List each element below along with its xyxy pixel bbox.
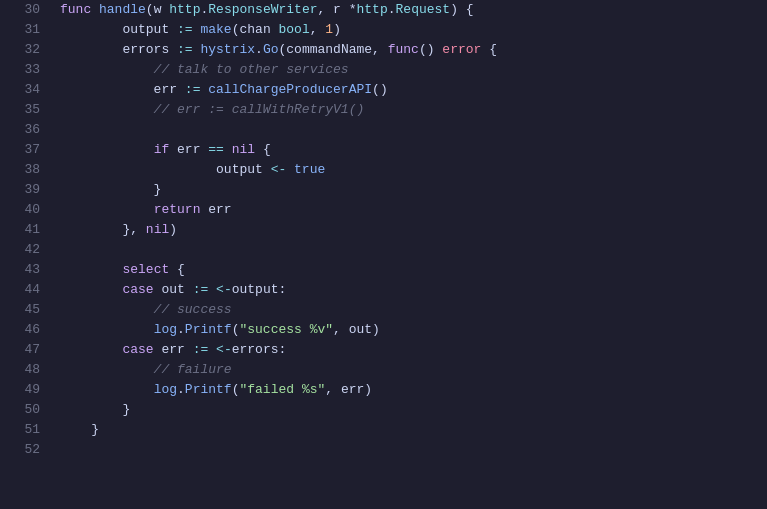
code-line: select { [60, 260, 767, 280]
code-line: // failure [60, 360, 767, 380]
line-number: 47 [0, 340, 48, 360]
plain-token [60, 282, 122, 297]
fn-token: Printf [185, 382, 232, 397]
plain-token: err [200, 202, 231, 217]
plain-token: err [60, 82, 185, 97]
code-line: } [60, 400, 767, 420]
kw-token: nil [146, 222, 169, 237]
plain-token: output [60, 22, 177, 37]
code-line: func handle(w http.ResponseWriter, r *ht… [60, 0, 767, 20]
fn-token: make [200, 22, 231, 37]
op-token: := [193, 282, 209, 297]
type-token: http [357, 2, 388, 17]
punc-token: . [177, 322, 185, 337]
line-number: 43 [0, 260, 48, 280]
line-number-gutter: 3031323334353637383940414243444546474849… [0, 0, 48, 509]
punc-token: ) { [450, 2, 473, 17]
line-number: 30 [0, 0, 48, 20]
op-token: := [193, 342, 209, 357]
kw-token: nil [232, 142, 255, 157]
kw-token: if [154, 142, 170, 157]
plain-token: } [60, 402, 130, 417]
punc-token: , r * [318, 2, 357, 17]
code-line: } [60, 420, 767, 440]
str-token: "success %v" [239, 322, 333, 337]
fn-token: Printf [185, 322, 232, 337]
punc-token: . [388, 2, 396, 17]
err-kw-token: error [442, 42, 481, 57]
code-area: func handle(w http.ResponseWriter, r *ht… [48, 0, 767, 509]
op-token: == [208, 142, 224, 157]
line-number: 42 [0, 240, 48, 260]
pkg-token: hystrix [200, 42, 255, 57]
punc-token: () [372, 82, 388, 97]
plain-token [286, 162, 294, 177]
code-line [60, 120, 767, 140]
code-line: case out := <-output: [60, 280, 767, 300]
plain-token [60, 382, 154, 397]
op-token: <- [271, 162, 287, 177]
punc-token: { [255, 142, 271, 157]
kw-token: return [154, 202, 201, 217]
plain-token [60, 142, 154, 157]
code-line [60, 440, 767, 460]
line-number: 45 [0, 300, 48, 320]
comment-token: // talk to other services [60, 62, 349, 77]
plain-token [208, 282, 216, 297]
punc-token: . [255, 42, 263, 57]
punc-token: , out) [333, 322, 380, 337]
kw-token: case [122, 282, 153, 297]
plain-token [208, 342, 216, 357]
line-number: 52 [0, 440, 48, 460]
pkg-token: log [154, 382, 177, 397]
line-number: 49 [0, 380, 48, 400]
plain-token [60, 262, 122, 277]
line-number: 44 [0, 280, 48, 300]
line-number: 37 [0, 140, 48, 160]
line-number: 40 [0, 200, 48, 220]
comment-token: // failure [60, 362, 232, 377]
line-number: 33 [0, 60, 48, 80]
plain-token [60, 322, 154, 337]
code-line: // talk to other services [60, 60, 767, 80]
str-token: "failed %s" [239, 382, 325, 397]
punc-token: () [419, 42, 442, 57]
punc-token: ) [169, 222, 177, 237]
code-line: }, nil) [60, 220, 767, 240]
code-line: case err := <-errors: [60, 340, 767, 360]
line-number: 32 [0, 40, 48, 60]
plain-token: }, [60, 222, 146, 237]
code-line: log.Printf("success %v", out) [60, 320, 767, 340]
op-token: := [177, 22, 193, 37]
punc-token: . [177, 382, 185, 397]
punc-token: ( [146, 2, 154, 17]
code-line [60, 240, 767, 260]
code-line: } [60, 180, 767, 200]
num-token: 1 [325, 22, 333, 37]
code-line: errors := hystrix.Go(commandName, func()… [60, 40, 767, 60]
line-number: 41 [0, 220, 48, 240]
kw-token: case [122, 342, 153, 357]
code-editor: 3031323334353637383940414243444546474849… [0, 0, 767, 509]
punc-token: { [169, 262, 185, 277]
plain-token: err [154, 342, 193, 357]
code-line: output <- true [60, 160, 767, 180]
op-token: <- [216, 342, 232, 357]
plain-token [60, 202, 154, 217]
code-line: log.Printf("failed %s", err) [60, 380, 767, 400]
kw-token: func [388, 42, 419, 57]
code-line: err := callChargeProducerAPI() [60, 80, 767, 100]
code-line: // success [60, 300, 767, 320]
code-line: return err [60, 200, 767, 220]
line-number: 48 [0, 360, 48, 380]
plain-token [224, 142, 232, 157]
line-number: 39 [0, 180, 48, 200]
type-token: ResponseWriter [208, 2, 317, 17]
plain-token: } [60, 182, 161, 197]
fn-token: handle [99, 2, 146, 17]
punc-token: (chan [232, 22, 279, 37]
plain-token: errors [60, 42, 177, 57]
kw-token: select [122, 262, 169, 277]
line-number: 51 [0, 420, 48, 440]
comment-token: // success [60, 302, 232, 317]
